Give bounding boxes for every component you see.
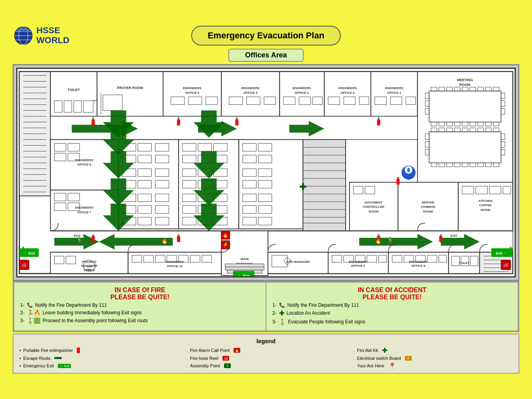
svg-rect-252	[225, 267, 264, 270]
floor-plan-wrapper: TOILET PRAYER ROOM ENGINEERS O	[13, 64, 519, 281]
fire-step-3: 3- 🚶🟩 Proceed to the Assembly point foll…	[20, 317, 260, 324]
svg-text:OFFICE 1: OFFICE 1	[387, 91, 401, 94]
svg-rect-315	[177, 236, 180, 242]
svg-rect-34	[97, 71, 163, 116]
phone-icon: 📞	[27, 302, 33, 308]
svg-text:KITCHEN: KITCHEN	[479, 199, 492, 202]
legend-item-hose: . Fire hose Reel 🚒	[186, 356, 346, 361]
legend-box: legend • Portable Fire extinguisher . Fi…	[13, 334, 519, 374]
accident-step-2-text: Localize An Accident	[287, 310, 330, 316]
exit-legend-icon: 🚶 Exit	[58, 364, 71, 368]
svg-text:EXIT: EXIT	[74, 234, 81, 237]
firstaid-icon: ✚	[382, 347, 387, 354]
svg-text:OFFICE 4: OFFICE 4	[243, 91, 258, 94]
svg-text:🚶 Exit: 🚶 Exit	[238, 273, 249, 276]
svg-text:800: 800	[87, 268, 92, 271]
svg-rect-304	[177, 119, 180, 125]
svg-text:ENGINEERS: ENGINEERS	[165, 260, 184, 263]
svg-text:TOILET: TOILET	[68, 87, 80, 91]
subtitle: Offices Area	[228, 49, 303, 62]
svg-text:MAIN: MAIN	[241, 257, 249, 260]
svg-text:COMMON: COMMON	[421, 205, 435, 209]
legend-item-escape: • Escape Routs	[19, 356, 179, 361]
legend-item-location: . Your Are Here 📍	[353, 362, 513, 370]
svg-text:OFFICE 8: OFFICE 8	[411, 264, 426, 268]
legend-item-exit: • Emergency Exit 🚶 Exit	[19, 362, 179, 370]
logo: HSSE WORLD	[13, 25, 69, 46]
legend-item-elec: . Electrical switch Board ⚡	[353, 356, 513, 361]
svg-text:1500: 1500	[86, 265, 92, 268]
svg-text:SERVER: SERVER	[422, 200, 434, 204]
svg-rect-318	[378, 234, 380, 236]
svg-text:👤: 👤	[406, 167, 411, 173]
svg-text:OFFICE 6: OFFICE 6	[77, 163, 91, 166]
phone-icon-2: 📞	[279, 302, 285, 308]
accident-step-2: 2- ✚ Localize An Accident	[272, 310, 512, 317]
legend-item-text: Escape Routs	[23, 356, 50, 361]
location-pin-icon: 📍	[388, 362, 396, 370]
fire-step-1-text: Notify the Fire Department By 111	[35, 302, 107, 308]
legend-item-firstaid: . Firs Aid Kit ✚	[353, 347, 513, 354]
svg-text:ENGINEERS: ENGINEERS	[338, 86, 357, 90]
svg-rect-305	[178, 118, 179, 120]
evacuate-icon: 🚶	[279, 319, 286, 325]
accident-step-1-text: Notify the Fire Department By 111	[287, 302, 359, 308]
step-num: 2-	[272, 310, 277, 316]
assembly-icon: 🚶🟩	[27, 317, 40, 324]
svg-text:🏃: 🏃	[76, 236, 84, 244]
accident-step-3-text: Evacuate People following Exit signs	[288, 319, 365, 325]
svg-text:🔥: 🔥	[161, 237, 168, 244]
assembly-icon-legend: 🏃	[224, 363, 231, 368]
svg-rect-301	[91, 119, 95, 125]
svg-text:ENGINEERS: ENGINEERS	[75, 206, 93, 209]
svg-text:OFFICE 9: OFFICE 9	[351, 264, 365, 268]
legend-item-text: Electrical switch Board	[357, 356, 401, 361]
bullet: .	[186, 356, 188, 361]
svg-text:OFFICE 10: OFFICE 10	[167, 264, 183, 268]
bullet: •	[19, 356, 21, 361]
fire-title-line1: IN CASE Of FIRE	[20, 287, 260, 294]
logo-text: HSSE WORLD	[36, 26, 69, 45]
fire-step-1: 1- 📞 Notify the Fire Department By 111	[20, 302, 260, 308]
main-container: HSSE WORLD Emergency Evacuation Plan Off…	[9, 22, 523, 378]
bullet: .	[353, 363, 355, 368]
legend-item-text: Your Are Here	[357, 363, 384, 368]
first-aid-icon: ✚	[279, 310, 284, 317]
svg-text:ROOM: ROOM	[369, 210, 379, 213]
fire-title-line2: PLEASE BE QUITE!	[20, 294, 260, 301]
svg-text:SITE MANAGER: SITE MANAGER	[286, 260, 310, 263]
fire-step-2: 2- 🏃🔥 Leave building Immediately followi…	[20, 310, 260, 316]
svg-text:ENGINEERS: ENGINEERS	[385, 86, 403, 90]
legend-item-alarm: . Fire Alarm Call Point 🔥	[186, 347, 346, 354]
fire-step-2-text: Leave building Immediately following Exi…	[43, 310, 142, 315]
svg-text:ENGINEERS: ENGINEERS	[349, 260, 367, 263]
step-num: 3-	[20, 318, 25, 323]
bullet: •	[19, 348, 21, 353]
floor-plan-svg: TOILET PRAYER ROOM ENGINEERS O	[17, 69, 515, 276]
svg-text:ENGINEERS: ENGINEERS	[241, 86, 260, 90]
legend-item-text: Firs Aid Kit	[357, 348, 378, 353]
svg-rect-314	[92, 234, 94, 236]
svg-text:🔥: 🔥	[222, 232, 228, 238]
svg-text:🔥: 🔥	[375, 237, 382, 244]
svg-rect-302	[92, 118, 94, 120]
svg-text:OFFICE 2: OFFICE 2	[340, 91, 355, 94]
svg-rect-326	[397, 177, 399, 179]
svg-rect-308	[236, 118, 238, 120]
legend-item-text: Fire hose Reel	[190, 356, 218, 361]
accident-instructions: IN CASE Of ACCIDENT PLEASE BE QUITE! 1- …	[266, 282, 519, 331]
svg-text:ENGINEERS: ENGINEERS	[183, 86, 201, 90]
legend-title: legend	[19, 338, 513, 344]
fire-alarm-icon: 🔥	[234, 348, 240, 353]
svg-rect-311	[378, 118, 380, 120]
svg-text:OFFICE 7: OFFICE 7	[77, 211, 91, 214]
fire-step-3-text: Proceed to the Assembly point following …	[43, 318, 148, 323]
legend-item-text: Assembly Point	[190, 363, 220, 368]
legend-item-text: Portable Fire extinguisher	[23, 348, 73, 353]
exit-icon: 🏃🔥	[27, 310, 40, 316]
fire-ext-icon	[77, 348, 80, 353]
accident-step-1: 1- 📞 Notify the Fire Department By 111	[272, 302, 512, 308]
svg-rect-251	[225, 264, 264, 267]
fire-instructions: IN CASE Of FIRE PLEASE BE QUITE! 1- 📞 No…	[13, 282, 266, 331]
svg-text:MEETING: MEETING	[457, 78, 473, 82]
